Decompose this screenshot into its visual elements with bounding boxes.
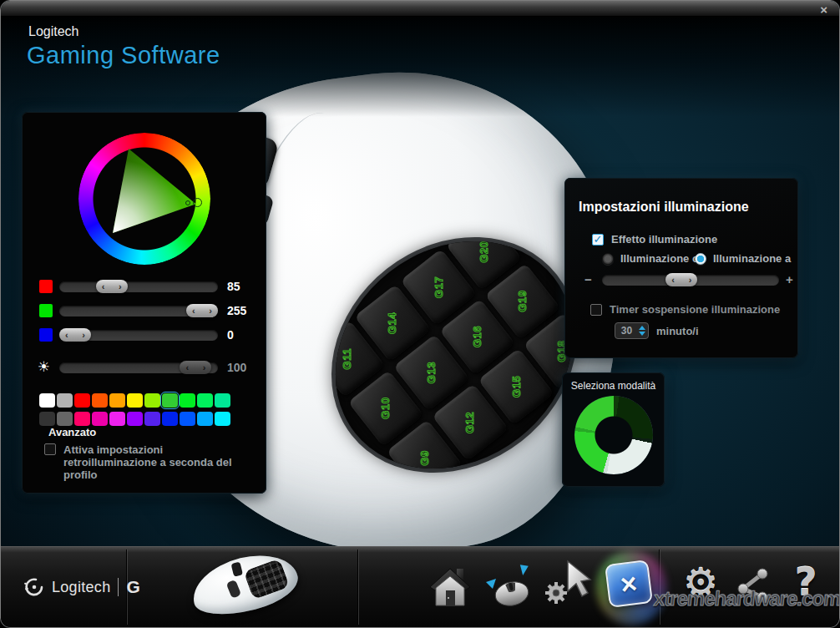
handle-right-arrow: › — [119, 281, 122, 292]
triangle-marker[interactable] — [185, 200, 190, 205]
timer-minutes-spinner[interactable]: 30 — [615, 322, 649, 339]
device-select-tab[interactable] — [483, 563, 535, 610]
logitech-logo: Logitech G — [24, 577, 140, 597]
brightness-slider-handle[interactable]: ‹› — [180, 361, 211, 374]
g-button-label: G12 — [464, 412, 477, 433]
brand-title: Logitech — [28, 24, 79, 39]
advanced-link[interactable]: Avanzato — [48, 426, 96, 438]
color-swatch[interactable] — [57, 393, 73, 408]
color-swatch[interactable] — [215, 412, 230, 426]
green-slider[interactable]: ‹› — [59, 306, 218, 317]
color-swatch[interactable] — [127, 393, 143, 408]
profile-backlight-checkbox[interactable] — [44, 443, 56, 455]
blue-channel-swatch — [39, 328, 53, 342]
color-swatch[interactable] — [39, 393, 55, 408]
home-icon — [427, 564, 473, 609]
breathing-radio[interactable] — [695, 253, 706, 265]
mode-panel-title: Seleziona modalità — [562, 380, 665, 392]
color-swatch[interactable] — [215, 393, 230, 408]
color-swatch[interactable] — [57, 412, 73, 426]
color-swatch[interactable] — [162, 412, 178, 426]
title-bar[interactable] — [1, 1, 839, 17]
color-swatch[interactable] — [127, 412, 143, 426]
blue-slider[interactable]: ‹› — [59, 330, 218, 341]
g-button-label: G15 — [509, 376, 522, 398]
pointer-settings-tab[interactable] — [542, 559, 594, 610]
g-button-label: G13 — [425, 362, 438, 383]
mouse-arrows-icon — [484, 564, 534, 609]
lighting-tab-active[interactable]: × — [605, 560, 653, 608]
share-button[interactable] — [732, 565, 774, 605]
color-swatch[interactable] — [180, 393, 195, 408]
breathing-radio-label: Illuminazione a — [713, 252, 791, 265]
profile-backlight-label: Attiva impostazioni retroilluminazione a… — [63, 443, 253, 481]
effect-speed-slider[interactable]: ‹› — [602, 275, 779, 286]
g-button-label: G14 — [387, 312, 399, 334]
color-swatch[interactable] — [92, 412, 108, 426]
lighting-tab-x-mark: × — [619, 569, 639, 599]
help-button[interactable]: ? — [786, 557, 826, 607]
mode-ring-indicator[interactable] — [574, 396, 653, 474]
color-swatch[interactable] — [74, 393, 90, 408]
close-icon[interactable]: × — [820, 3, 827, 17]
handle-left-arrow: ‹ — [185, 362, 189, 373]
handle-right-arrow: › — [689, 274, 692, 286]
effect-checkbox[interactable]: ✓ — [592, 234, 604, 246]
handle-right-arrow: › — [209, 305, 212, 317]
handle-left-arrow: ‹ — [671, 274, 675, 286]
swatch-row-2 — [39, 412, 230, 426]
color-swatch-selected[interactable] — [162, 393, 178, 408]
blue-value: 0 — [227, 328, 234, 342]
lighting-panel-title: Impostazioni illuminazione — [579, 200, 749, 215]
home-tab[interactable] — [425, 561, 475, 611]
color-swatch[interactable] — [197, 393, 213, 408]
gear-icon: ⚙ — [683, 560, 718, 605]
spinner-up-icon[interactable] — [639, 326, 645, 330]
cursor-gear-icon — [543, 560, 593, 610]
timer-checkbox[interactable] — [590, 304, 602, 316]
color-swatch[interactable] — [180, 412, 195, 426]
color-swatch[interactable] — [197, 412, 213, 426]
g-button-label: G9 — [418, 450, 431, 465]
question-mark-icon: ? — [795, 560, 817, 605]
logitech-g-mark: G — [126, 577, 139, 597]
logitech-logo-icon — [24, 577, 44, 597]
green-slider-handle[interactable]: ‹› — [186, 304, 218, 317]
share-icon — [735, 567, 772, 604]
g-button-label: G11 — [341, 348, 353, 369]
g-button-label: G17 — [432, 276, 444, 298]
color-swatch[interactable] — [109, 393, 125, 408]
g-button-label: G10 — [380, 398, 392, 419]
brightness-icon: ☀ — [38, 358, 54, 375]
brightness-slider[interactable]: ‹› — [59, 362, 218, 373]
plus-icon[interactable]: + — [786, 272, 793, 286]
color-swatch[interactable] — [74, 412, 90, 426]
breathing-radio-row: Illuminazione a — [695, 252, 791, 265]
red-slider-handle[interactable]: ‹› — [96, 280, 128, 293]
settings-button[interactable]: ⚙ — [679, 559, 722, 605]
spinner-arrows[interactable] — [638, 326, 648, 336]
handle-left-arrow: ‹ — [192, 305, 195, 317]
hue-marker[interactable] — [193, 198, 202, 207]
color-swatch[interactable] — [144, 393, 160, 408]
blue-slider-handle[interactable]: ‹› — [59, 328, 91, 342]
profile-backlight-row: Attiva impostazioni retroilluminazione a… — [44, 443, 253, 481]
brightness-value: 100 — [227, 361, 246, 374]
color-swatch[interactable] — [109, 412, 125, 426]
effect-speed-handle[interactable]: ‹› — [665, 273, 697, 286]
logo-divider — [118, 578, 119, 596]
handle-right-arrow: › — [82, 329, 85, 341]
timer-unit-label: minuto/i — [656, 325, 699, 337]
color-swatch[interactable] — [39, 412, 55, 426]
g-button-label: G16 — [471, 327, 483, 348]
color-swatch[interactable] — [144, 412, 160, 426]
red-slider[interactable]: ‹› — [59, 281, 218, 292]
spinner-down-icon[interactable] — [639, 332, 645, 336]
constant-radio[interactable] — [602, 253, 614, 265]
color-wheel[interactable] — [78, 133, 210, 265]
minus-icon[interactable]: − — [584, 272, 592, 286]
effect-label: Effetto illuminazione — [611, 233, 717, 246]
blue-slider-row: ‹› 0 — [22, 328, 266, 342]
color-swatch[interactable] — [92, 393, 108, 408]
green-channel-swatch — [39, 304, 53, 317]
